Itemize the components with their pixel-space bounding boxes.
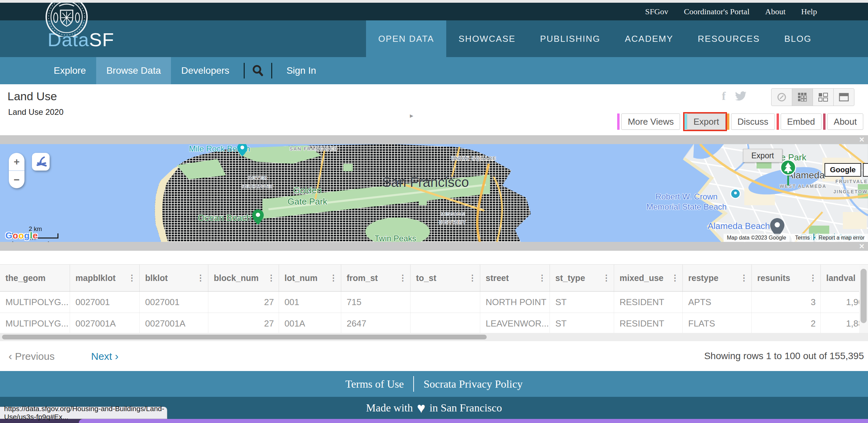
horizontal-scrollbar[interactable]: [0, 333, 868, 341]
zoom-in-button[interactable]: +: [9, 153, 24, 171]
column-header-resunits[interactable]: resunits⋮: [751, 265, 820, 291]
in-sf-text: in San Francisco: [430, 402, 502, 414]
map-label-golden-gate-park: Golden Gate Park: [288, 185, 327, 207]
nav-blog[interactable]: BLOG: [772, 20, 824, 57]
column-header-mapblklot[interactable]: mapblklot⋮: [70, 265, 139, 291]
twitter-icon[interactable]: [734, 91, 747, 101]
nav-academy[interactable]: ACADEMY: [612, 20, 685, 57]
heart-icon: ♥: [417, 403, 426, 413]
map-tool-button[interactable]: [32, 153, 50, 171]
teal-beach-pin-icon: [237, 144, 247, 156]
page-subtitle: Land Use 2020: [8, 107, 64, 117]
zoom-out-button[interactable]: −: [9, 171, 24, 188]
nav-showcase[interactable]: SHOWCASE: [446, 20, 528, 57]
table-header-row: the_geom mapblklot⋮ blklot⋮ block_num⋮ l…: [0, 265, 868, 292]
column-header-mixed_use[interactable]: mixed_use⋮: [614, 265, 682, 291]
next-page-button[interactable]: Next ›: [91, 350, 119, 363]
column-header-to_st[interactable]: to_st⋮: [410, 265, 480, 291]
column-menu-icon[interactable]: ⋮: [671, 273, 679, 283]
footer-links-bar: Terms of Use Socrata Privacy Policy: [0, 371, 868, 397]
column-menu-icon[interactable]: ⋮: [740, 273, 748, 283]
link-about[interactable]: About: [765, 7, 785, 16]
vertical-scrollbar-thumb[interactable]: [861, 269, 867, 323]
nav-publishing[interactable]: PUBLISHING: [528, 20, 613, 57]
about-button[interactable]: About: [827, 113, 863, 130]
accent-bar-crimson: [823, 113, 826, 130]
map-zoom-control: + −: [9, 153, 24, 188]
column-header-from_st[interactable]: from_st⋮: [341, 265, 410, 291]
view-window-button[interactable]: [833, 89, 854, 106]
subnav-developers[interactable]: Developers: [171, 57, 240, 84]
map-canvas[interactable]: Mile Rock Beach SAN FRANCISCO OUTER RICH…: [0, 144, 868, 242]
column-menu-icon[interactable]: ⋮: [468, 273, 476, 283]
column-header-st_type[interactable]: st_type⋮: [550, 265, 614, 291]
cell-mixed_use: RESIDENT: [614, 313, 682, 334]
facebook-icon[interactable]: f: [722, 90, 726, 103]
cell-to_st: [410, 292, 480, 313]
cell-restype: FLATS: [682, 313, 751, 334]
column-menu-icon[interactable]: ⋮: [538, 273, 546, 283]
map-label-jingletown: JINGLETOWN: [833, 188, 868, 196]
privacy-policy-link[interactable]: Socrata Privacy Policy: [423, 378, 522, 390]
map-label-outer-richmond: OUTER RICHMOND: [242, 174, 274, 190]
view-page-button[interactable]: [813, 89, 833, 106]
gov-top-bar: SFGov Coordinator's Portal About Help: [0, 3, 868, 20]
nav-open-data[interactable]: OPEN DATA: [366, 20, 446, 57]
export-button[interactable]: Export: [687, 113, 725, 130]
table-row: MULTIPOLYG... 0027001A 0027001A 27 001A …: [0, 313, 868, 334]
close-table-icon[interactable]: ✕: [859, 242, 865, 250]
google-logo: Google: [5, 230, 38, 241]
map-label-san-francisco: San Francisco: [382, 175, 469, 190]
divider: [244, 63, 245, 78]
embed-button[interactable]: Embed: [781, 113, 821, 130]
export-highlight-box: Export: [683, 112, 727, 131]
map-label-alameda-beach: Alameda Beach: [708, 221, 770, 231]
column-menu-icon[interactable]: ⋮: [196, 273, 205, 283]
close-map-icon[interactable]: ✕: [859, 136, 865, 144]
column-header-block_num[interactable]: block_num⋮: [208, 265, 279, 291]
horizontal-scrollbar-thumb[interactable]: [2, 335, 487, 339]
terms-of-use-link[interactable]: Terms of Use: [345, 378, 404, 390]
vertical-scrollbar[interactable]: [859, 265, 868, 333]
terms-link[interactable]: Terms: [792, 234, 813, 242]
column-header-street[interactable]: street⋮: [480, 265, 550, 291]
column-menu-icon[interactable]: ⋮: [128, 273, 136, 283]
cell-st_type: ST: [550, 292, 614, 313]
column-menu-icon[interactable]: ⋮: [602, 273, 610, 283]
report-map-error-link[interactable]: Report a map error: [815, 234, 868, 242]
column-header-lot_num[interactable]: lot_num⋮: [279, 265, 341, 291]
subnav-explore[interactable]: Explore: [44, 57, 96, 84]
cell-the_geom: MULTIPOLYG...: [0, 313, 70, 334]
search-button[interactable]: [249, 57, 267, 84]
column-header-restype[interactable]: restype⋮: [682, 265, 751, 291]
basemap-esri-button[interactable]: ESRI: [863, 163, 868, 177]
share-icons: f: [722, 90, 747, 103]
sf-city-seal: [44, 0, 90, 37]
link-coordinators-portal[interactable]: Coordinator's Portal: [684, 7, 749, 16]
column-menu-icon[interactable]: ⋮: [267, 273, 275, 283]
sign-in-button[interactable]: Sign In: [276, 57, 326, 84]
cell-street: NORTH POINT: [480, 292, 550, 313]
link-sfgov[interactable]: SFGov: [645, 7, 668, 16]
view-visualize-button[interactable]: [771, 89, 792, 106]
table-pane-header: ✕: [0, 242, 868, 251]
link-help[interactable]: Help: [801, 7, 817, 16]
bottom-purple-strip-inner: [79, 419, 868, 423]
column-header-blklot[interactable]: blklot⋮: [139, 265, 208, 291]
discuss-button[interactable]: Discuss: [731, 113, 775, 130]
map-pane-header: ✕: [0, 135, 868, 144]
previous-page-button[interactable]: ‹ Previous: [8, 350, 55, 363]
more-views-button[interactable]: More Views: [621, 113, 680, 130]
view-switcher: [771, 88, 854, 106]
basemap-google-button[interactable]: Google: [824, 163, 861, 177]
subnav-browse-data[interactable]: Browse Data: [96, 57, 171, 84]
expand-description-icon[interactable]: ▸: [410, 111, 413, 120]
nav-resources[interactable]: RESOURCES: [685, 20, 772, 57]
column-menu-icon[interactable]: ⋮: [399, 273, 407, 283]
view-grid-button[interactable]: [792, 89, 813, 106]
column-menu-icon[interactable]: ⋮: [809, 273, 817, 283]
secondary-nav: Explore Browse Data Developers Sign In: [0, 57, 868, 84]
pagination-bar: ‹ Previous Next › Showing rows 1 to 100 …: [0, 341, 868, 371]
column-header-the_geom[interactable]: the_geom: [0, 265, 70, 291]
column-menu-icon[interactable]: ⋮: [329, 273, 337, 283]
